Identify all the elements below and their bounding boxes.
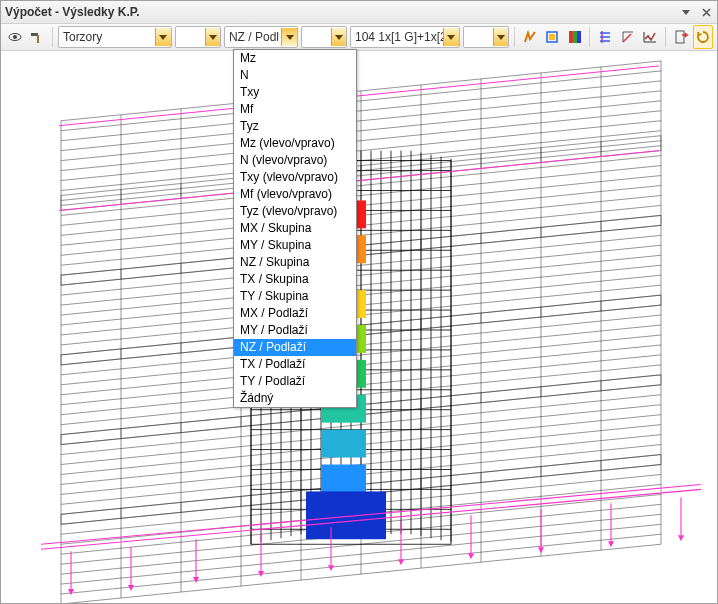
calculate-button[interactable]	[520, 25, 540, 49]
dropdown-item[interactable]: MX / Skupina	[234, 220, 356, 237]
dropdown-item[interactable]: Mz	[234, 50, 356, 67]
graph-button[interactable]	[640, 25, 660, 49]
svg-rect-17	[321, 430, 366, 458]
separator	[52, 27, 53, 47]
svg-rect-6	[569, 31, 573, 43]
window-title: Výpočet - Výsledky K.P.	[5, 5, 673, 19]
chevron-down-icon[interactable]	[155, 28, 171, 46]
palette-button[interactable]	[565, 25, 585, 49]
svg-rect-18	[321, 465, 366, 493]
hammer-button[interactable]	[28, 25, 48, 49]
chevron-down-icon[interactable]	[443, 28, 459, 46]
viewport[interactable]	[1, 51, 717, 603]
svg-rect-19	[306, 491, 386, 539]
export-button[interactable]	[671, 25, 691, 49]
dropdown-item[interactable]: Mf (vlevo/vpravo)	[234, 186, 356, 203]
svg-point-1	[13, 35, 17, 39]
load-case-combo[interactable]: 104 1x[1 G]+1x[2	[350, 26, 460, 48]
svg-rect-3	[37, 35, 39, 43]
titlebar: Výpočet - Výsledky K.P.	[1, 1, 717, 24]
svg-rect-2	[31, 33, 38, 36]
structural-model	[1, 51, 717, 603]
close-icon[interactable]	[699, 5, 713, 19]
dropdown-item[interactable]: TX / Skupina	[234, 271, 356, 288]
display-type-combo[interactable]: Torzory	[58, 26, 172, 48]
combo-value: NZ / Podl	[225, 30, 281, 44]
levels-button[interactable]	[595, 25, 615, 49]
svg-rect-5	[549, 34, 555, 40]
settings-button[interactable]	[542, 25, 562, 49]
refresh-button[interactable]	[693, 25, 713, 49]
dropdown-item[interactable]: N	[234, 67, 356, 84]
dropdown-menu-button[interactable]	[679, 5, 693, 19]
scale-button[interactable]	[618, 25, 638, 49]
dropdown-item[interactable]: NZ / Podlaží	[234, 339, 356, 356]
combo-value: 104 1x[1 G]+1x[2	[351, 30, 443, 44]
result-type-dropdown[interactable]: MzNTxyMfTyzMz (vlevo/vpravo)N (vlevo/vpr…	[233, 49, 357, 408]
dropdown-item[interactable]: Tyz (vlevo/vpravo)	[234, 203, 356, 220]
svg-rect-8	[577, 31, 581, 43]
dropdown-item[interactable]: TX / Podlaží	[234, 356, 356, 373]
svg-rect-9	[676, 31, 684, 43]
toolbar: Torzory NZ / Podl 104 1x[1 G]+1x[2	[1, 24, 717, 51]
chevron-down-icon[interactable]	[205, 28, 220, 46]
combo-extra[interactable]	[463, 26, 509, 48]
app-window: Výpočet - Výsledky K.P. Torzory NZ / Pod…	[0, 0, 718, 604]
chevron-down-icon[interactable]	[331, 28, 346, 46]
separator	[665, 27, 666, 47]
dropdown-item[interactable]: Txy (vlevo/vpravo)	[234, 169, 356, 186]
separator	[514, 27, 515, 47]
dropdown-item[interactable]: TY / Podlaží	[234, 373, 356, 390]
svg-rect-7	[573, 31, 577, 43]
filter-combo[interactable]	[175, 26, 221, 48]
dropdown-item[interactable]: Tyz	[234, 118, 356, 135]
dropdown-item[interactable]: NZ / Skupina	[234, 254, 356, 271]
chevron-down-icon[interactable]	[281, 28, 297, 46]
separator	[589, 27, 590, 47]
dropdown-item[interactable]: MY / Skupina	[234, 237, 356, 254]
chevron-down-icon[interactable]	[493, 28, 508, 46]
view-eye-button[interactable]	[5, 25, 25, 49]
dropdown-item[interactable]: Mz (vlevo/vpravo)	[234, 135, 356, 152]
dropdown-item[interactable]: MY / Podlaží	[234, 322, 356, 339]
dropdown-item[interactable]: N (vlevo/vpravo)	[234, 152, 356, 169]
value-combo[interactable]	[301, 26, 347, 48]
dropdown-item[interactable]: Txy	[234, 84, 356, 101]
combo-value: Torzory	[59, 30, 155, 44]
dropdown-item[interactable]: TY / Skupina	[234, 288, 356, 305]
dropdown-item[interactable]: MX / Podlaží	[234, 305, 356, 322]
result-type-combo[interactable]: NZ / Podl	[224, 26, 298, 48]
dropdown-item[interactable]: Žádný	[234, 390, 356, 407]
dropdown-item[interactable]: Mf	[234, 101, 356, 118]
